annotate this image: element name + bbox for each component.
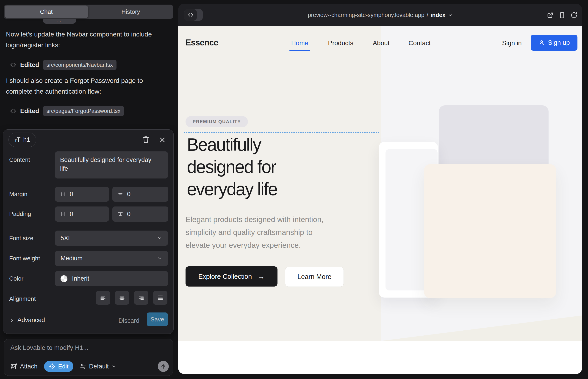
save-button[interactable]: Save <box>147 313 168 326</box>
attach-button[interactable]: Attach <box>10 363 38 370</box>
send-button[interactable] <box>158 361 169 372</box>
preview-url[interactable]: preview--charming-site-symphony.lovable.… <box>308 12 452 18</box>
advanced-label: Advanced <box>17 316 45 324</box>
tab-chat[interactable]: Chat <box>5 5 88 18</box>
edited-file-row: Edited src/pages/ForgotPassword.tsx <box>10 106 124 116</box>
chat-composer: Attach Edit Default <box>4 339 173 376</box>
site-logo[interactable]: Essence <box>186 38 218 47</box>
user-icon <box>539 39 545 46</box>
align-center-button[interactable] <box>115 291 129 305</box>
align-right-button[interactable] <box>134 291 148 305</box>
padding-x-value: 0 <box>70 211 73 218</box>
file-pill[interactable]: src/pages/ForgotPassword.tsx <box>43 106 124 116</box>
preview-frame: preview--charming-site-symphony.lovable.… <box>178 4 582 374</box>
content-value: Beautifully designed for everyday life <box>60 156 154 173</box>
external-link-icon <box>547 12 554 19</box>
color-label: Color <box>9 275 23 282</box>
target-icon <box>49 363 56 370</box>
tab-chat-label: Chat <box>40 8 53 15</box>
attach-label: Attach <box>20 363 38 370</box>
nav-home-underline <box>289 50 310 51</box>
padding-y-input[interactable]: 0 <box>112 206 168 222</box>
hero-section: Essence Home Products About Contact Sign… <box>178 26 582 341</box>
edited-file-row: Edited src/components/Navbar.tsx <box>10 60 117 70</box>
margin-label: Margin <box>9 191 27 198</box>
tag-name: h1 <box>23 136 30 143</box>
chevron-down-icon <box>448 13 452 17</box>
close-editor-button[interactable] <box>158 135 167 144</box>
content-label: Content <box>9 156 30 163</box>
arrow-up-icon <box>160 363 166 369</box>
chevron-down-icon <box>157 235 162 241</box>
decor-diagonal <box>381 306 582 341</box>
scrolled-file-pill[interactable]: .. <box>43 19 76 24</box>
url-page: index <box>431 12 445 18</box>
margin-x-input[interactable]: 0 <box>55 187 109 202</box>
font-weight-value: Medium <box>61 255 83 262</box>
explore-label: Explore Collection <box>198 273 252 280</box>
tab-history-label: History <box>122 8 140 15</box>
hero-paragraph: Elegant products designed with intention… <box>186 213 324 252</box>
sign-in-link[interactable]: Sign in <box>499 39 525 47</box>
default-label: Default <box>89 363 109 370</box>
sign-up-button[interactable]: Sign up <box>531 35 577 51</box>
margin-y-input[interactable]: 0 <box>112 187 168 202</box>
color-select[interactable]: Inherit <box>55 271 168 286</box>
padding-label: Padding <box>9 210 31 218</box>
refresh-button[interactable] <box>570 11 578 19</box>
edited-label: Edited <box>20 108 39 115</box>
tab-history[interactable]: History <box>89 5 172 19</box>
edit-mode-button[interactable]: Edit <box>44 361 74 372</box>
code-icon <box>10 62 16 68</box>
url-host: preview--charming-site-symphony.lovable.… <box>308 12 424 18</box>
selected-h1-outline[interactable]: Beautifullydesigned foreveryday life <box>184 132 379 202</box>
mobile-view-button[interactable] <box>558 11 566 19</box>
align-justify-button[interactable] <box>153 291 167 305</box>
model-default-select[interactable]: Default <box>80 363 116 370</box>
url-separator: / <box>427 12 428 18</box>
content-input[interactable]: Beautifully designed for everyday life <box>55 151 168 178</box>
advanced-toggle[interactable]: Advanced <box>9 316 45 324</box>
composer-input[interactable] <box>10 344 159 357</box>
nav-link-contact[interactable]: Contact <box>406 39 433 47</box>
code-icon <box>10 108 16 114</box>
code-knob <box>184 9 197 21</box>
trash-icon <box>142 136 149 143</box>
element-editor-panel: тT h1 Content Beautifully designed for e… <box>3 129 174 334</box>
smartphone-icon <box>559 12 566 19</box>
color-value: Inherit <box>72 275 89 282</box>
discard-button[interactable]: Discard <box>118 317 139 324</box>
hero-right-background <box>381 26 582 341</box>
file-pill[interactable]: src/components/Navbar.tsx <box>43 60 117 70</box>
open-external-button[interactable] <box>546 11 555 19</box>
code-icon <box>187 12 194 17</box>
app-window: Chat History .. Now let's update the Nav… <box>0 0 588 379</box>
font-weight-select[interactable]: Medium <box>55 251 168 266</box>
code-view-toggle[interactable] <box>184 9 203 21</box>
chat-history-tabbar: Chat History <box>4 5 173 19</box>
align-right-icon <box>138 295 144 301</box>
nav-link-about[interactable]: About <box>371 39 391 47</box>
padding-x-input[interactable]: 0 <box>55 206 109 222</box>
font-size-value: 5XL <box>61 235 72 242</box>
font-weight-label: Font weight <box>9 255 40 262</box>
align-justify-icon <box>157 295 164 301</box>
learn-more-button[interactable]: Learn More <box>285 267 344 287</box>
delete-element-button[interactable] <box>141 135 150 144</box>
margin-y-value: 0 <box>127 191 130 198</box>
attach-image-icon <box>10 363 17 370</box>
nav-link-products[interactable]: Products <box>325 39 356 47</box>
font-size-select[interactable]: 5XL <box>55 231 168 246</box>
font-size-label: Font size <box>9 235 33 242</box>
align-left-button[interactable] <box>96 291 110 305</box>
hero-title: Beautifullydesigned foreveryday life <box>184 133 379 200</box>
composer-toolbar: Attach Edit Default <box>10 361 116 372</box>
margin-x-value: 0 <box>70 191 73 198</box>
explore-collection-button[interactable]: Explore Collection → <box>186 266 278 286</box>
sliders-icon <box>80 363 86 370</box>
nav-link-home[interactable]: Home <box>289 39 310 47</box>
edit-label: Edit <box>58 363 69 370</box>
sign-up-label: Sign up <box>548 39 570 46</box>
align-left-icon <box>100 295 106 301</box>
alignment-label: Alignment <box>9 295 36 302</box>
